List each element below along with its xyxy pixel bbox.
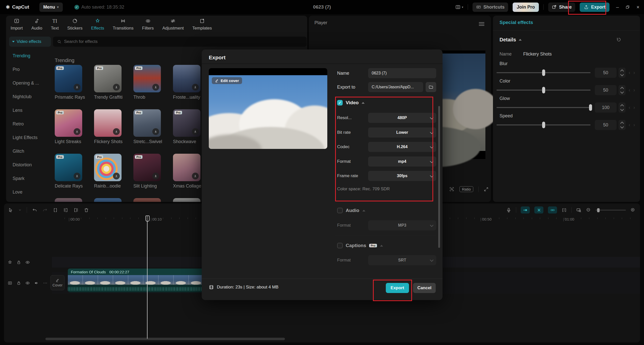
cover-button[interactable]: Cover [50, 275, 65, 290]
sidebar-item-love[interactable]: Love [6, 185, 50, 199]
preview-zoom-icon[interactable] [449, 187, 454, 192]
export-button-top[interactable]: Export [580, 3, 609, 12]
sidebar-item-opening------[interactable]: Opening & ... [6, 76, 50, 90]
export-to-input[interactable]: C:/Users/Jason/AppD... [368, 82, 423, 92]
effect-thumbnail-partial[interactable] [94, 198, 122, 202]
effect-thumbnail[interactable]: Pro [94, 65, 122, 92]
tab-audio[interactable]: Audio [31, 18, 42, 31]
auto-snap-icon[interactable] [521, 206, 530, 214]
sidebar-item-retro[interactable]: Retro [6, 117, 50, 131]
effect-thumbnail[interactable] [173, 65, 200, 92]
tab-filters[interactable]: Filters [142, 18, 154, 31]
timeline-scrollbar[interactable] [45, 338, 285, 340]
video-format-dropdown[interactable]: mp4 [368, 156, 436, 167]
reset-icon[interactable] [616, 37, 621, 42]
sidebar-item-lens[interactable]: Lens [6, 103, 50, 117]
slider-stepper[interactable] [619, 68, 626, 78]
video-bit-rate-dropdown[interactable]: Lower [368, 127, 436, 138]
toggle-visibility-icon[interactable] [25, 260, 30, 265]
category-video-effects[interactable]: Video effects [9, 37, 51, 47]
effect-card[interactable]: ProRainb...oodle [94, 154, 122, 189]
slider-thumb[interactable] [542, 122, 545, 128]
menu-button[interactable]: Menu▾ [39, 3, 63, 12]
download-icon[interactable] [192, 84, 199, 91]
effect-thumbnail[interactable]: Pro [55, 65, 82, 92]
slider-thumb[interactable] [589, 104, 592, 111]
video-frame-rate-dropdown[interactable]: 30fps [368, 171, 436, 181]
sidebar-item-nightclub[interactable]: Nightclub [6, 90, 50, 103]
split-tool[interactable] [53, 207, 58, 213]
slider-value[interactable]: 50 [595, 68, 617, 78]
download-icon[interactable] [74, 173, 80, 179]
video-codec-dropdown[interactable]: H.264 [368, 142, 436, 152]
shortcuts-button[interactable]: Shortcuts [473, 3, 508, 12]
collapse-icon[interactable] [380, 245, 383, 247]
restore-button[interactable] [625, 5, 630, 9]
toggle-visibility-icon[interactable] [25, 281, 30, 285]
undo-button[interactable] [32, 207, 37, 213]
tab-stickers[interactable]: Stickers [67, 18, 82, 31]
zoom-out-icon[interactable] [586, 207, 591, 213]
split-preview-icon[interactable] [562, 207, 567, 213]
sidebar-item-pro[interactable]: Pro [6, 63, 50, 76]
chevron-down-icon[interactable] [18, 208, 22, 212]
effect-card[interactable]: ProSlit Lighting [133, 154, 161, 189]
tab-adjustment[interactable]: Adjustment [162, 18, 184, 31]
effect-card[interactable]: ProShockwave [173, 109, 200, 144]
slider-value[interactable]: 50 [595, 120, 617, 130]
join-pro-button[interactable]: Join Pro [513, 3, 539, 12]
split-right-tool[interactable] [73, 207, 79, 213]
tab-transitions[interactable]: Transitions [113, 18, 134, 31]
effect-thumbnail[interactable]: Pro [133, 65, 161, 92]
download-icon[interactable] [192, 128, 199, 135]
effect-card[interactable]: ProPrismatic Rays [55, 65, 82, 100]
download-icon[interactable] [152, 84, 159, 91]
tab-templates[interactable]: Templates [192, 18, 212, 31]
lock-track-icon[interactable] [16, 281, 21, 285]
playhead-handle[interactable] [145, 216, 150, 222]
player-menu-icon[interactable] [479, 21, 484, 27]
playhead[interactable] [147, 216, 148, 339]
download-icon[interactable] [152, 173, 159, 179]
redo-button[interactable] [42, 207, 48, 213]
download-icon[interactable] [192, 173, 199, 179]
audio-format-dropdown[interactable]: MP3 [368, 220, 436, 230]
captions-format-dropdown[interactable]: SRT [368, 255, 436, 265]
slider-value[interactable]: 100 [595, 102, 617, 113]
collapse-icon[interactable] [362, 102, 365, 104]
slider-stepper[interactable] [619, 120, 626, 130]
effect-thumbnail[interactable]: Pro [55, 109, 82, 137]
details-header[interactable]: Details [500, 37, 522, 43]
download-icon[interactable] [152, 128, 159, 135]
sidebar-item-spark[interactable]: Spark [6, 172, 50, 185]
mute-track-icon[interactable] [34, 281, 39, 285]
download-icon[interactable] [113, 128, 120, 135]
effect-thumbnail[interactable] [173, 154, 200, 181]
slider-stepper[interactable] [619, 102, 626, 113]
search-input[interactable]: Search for effects [53, 37, 307, 47]
minimize-button[interactable]: – [616, 4, 619, 10]
effect-card[interactable]: ProTrendy Graffiti [94, 65, 122, 100]
tab-import[interactable]: Import [11, 18, 23, 31]
cancel-button[interactable]: Cancel [413, 283, 436, 293]
tab-special-effects[interactable]: Special effects [500, 20, 533, 25]
download-icon[interactable] [113, 84, 120, 91]
effect-card[interactable]: Flickery Shots [94, 109, 122, 144]
slider-track[interactable] [496, 107, 591, 108]
effect-card[interactable]: ProThrob [133, 65, 161, 100]
effect-card[interactable]: ProLight Streaks [55, 109, 82, 144]
effect-card[interactable]: Xmas Collage [173, 154, 200, 189]
split-left-tool[interactable] [63, 207, 68, 213]
slider-thumb[interactable] [542, 87, 545, 93]
select-tool[interactable] [8, 207, 13, 213]
sidebar-item-glitch[interactable]: Glitch [6, 144, 50, 158]
edit-cover-button[interactable]: Edit cover [212, 77, 242, 84]
effect-thumbnail-partial[interactable] [133, 198, 161, 202]
video-checkbox[interactable]: ✓ [337, 100, 343, 105]
close-button[interactable]: × [636, 4, 639, 10]
effect-card[interactable]: ProDelicate Rays [55, 154, 82, 189]
fullscreen-icon[interactable] [484, 187, 489, 192]
slider-thumb[interactable] [542, 69, 545, 76]
zoom-in-icon[interactable] [630, 207, 635, 213]
share-button[interactable]: Share [548, 3, 575, 12]
